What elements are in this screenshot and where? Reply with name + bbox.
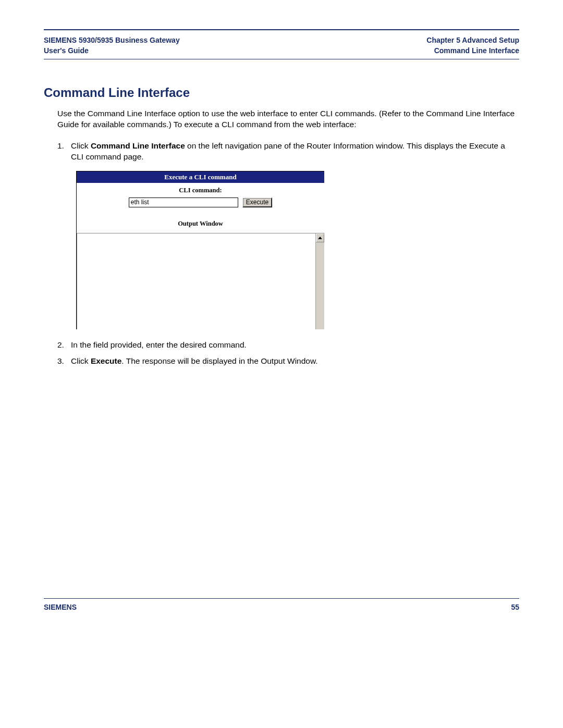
header-doc-subtitle: User's Guide [44,46,180,56]
step-2: 2. In the field provided, enter the desi… [57,340,519,351]
scroll-up-icon[interactable] [316,233,324,242]
cli-field-label: CLI command: [77,183,324,198]
footer-brand: SIEMENS [44,603,77,611]
header-section: Command Line Interface [426,46,519,56]
step-1: 1. Click Command Line Interface on the l… [57,141,519,163]
scrollbar[interactable] [315,233,324,329]
step-text: In the field provided, enter the desired… [71,340,519,351]
step-bold: Execute [91,356,121,365]
step-number: 3. [57,356,71,367]
output-textarea[interactable] [77,233,315,329]
step-bold: Command Line Interface [91,141,185,150]
footer-page-number: 55 [511,603,519,611]
section-heading: Command Line Interface [44,85,519,100]
step-3: 3. Click Execute. The response will be d… [57,356,519,367]
intro-paragraph: Use the Command Line Interface option to… [57,108,519,130]
step-text: . The response will be displayed in the … [121,356,317,365]
header-doc-title: SIEMENS 5930/5935 Business Gateway [44,35,180,46]
step-number: 2. [57,340,71,351]
step-text: Click [71,356,91,365]
output-window [77,233,324,329]
page-header: SIEMENS 5930/5935 Business Gateway User'… [44,30,519,59]
page-footer: SIEMENS 55 [44,598,519,611]
execute-button[interactable]: Execute [242,198,272,207]
steps-list-cont: 2. In the field provided, enter the desi… [57,340,519,367]
step-text: Click [71,141,91,150]
step-number: 1. [57,141,71,163]
header-chapter: Chapter 5 Advanced Setup [426,35,519,46]
cli-command-input[interactable] [129,198,238,207]
steps-list: 1. Click Command Line Interface on the l… [57,141,519,163]
cli-panel-title: Execute a CLI command [77,171,324,183]
cli-screenshot: Execute a CLI command CLI command: Execu… [76,171,324,329]
output-window-label: Output Window [77,219,324,233]
